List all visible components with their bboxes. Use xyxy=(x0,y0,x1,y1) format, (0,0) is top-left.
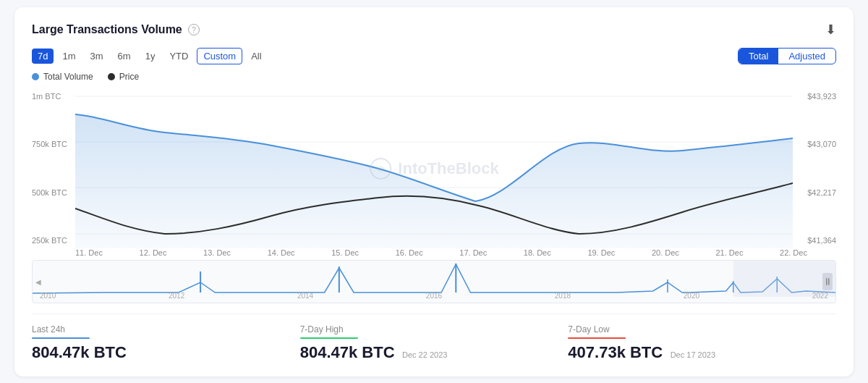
time-btn-all[interactable]: All xyxy=(245,49,267,64)
year-2014: 2014 xyxy=(297,292,313,300)
stat-underline-high xyxy=(300,337,358,339)
year-2022: 2022 xyxy=(812,292,828,300)
stat-last-24h: Last 24h 804.47k BTC xyxy=(32,324,300,362)
card-header: Large Transactions Volume ? ⬇ xyxy=(32,22,836,38)
stat-sub-low: Dec 17 2023 xyxy=(671,350,715,359)
time-btn-1m[interactable]: 1m xyxy=(56,49,81,64)
stat-7day-high: 7-Day High 804.47k BTC Dec 22 2023 xyxy=(300,324,569,362)
card-title: Large Transactions Volume xyxy=(32,23,182,36)
card-title-row: Large Transactions Volume ? xyxy=(32,23,200,36)
y-axis-right: $43,923 $43,070 $42,217 $41,364 xyxy=(807,89,836,248)
y-axis-left: 1m BTC 750k BTC 500k BTC 250k BTC xyxy=(32,89,67,248)
y-right-3: $42,217 xyxy=(807,188,836,197)
x-axis-labels: 11. Dec 12. Dec 13. Dec 14. Dec 15. Dec … xyxy=(32,248,836,257)
year-2016: 2016 xyxy=(426,292,442,300)
legend-dot-total xyxy=(32,73,39,80)
year-2020: 2020 xyxy=(684,292,699,300)
time-btn-ytd[interactable]: YTD xyxy=(163,49,194,64)
legend-dot-price xyxy=(108,73,115,80)
x-label-10: 21. Dec xyxy=(715,248,743,257)
y-right-1: $43,923 xyxy=(807,92,836,101)
svg-rect-13 xyxy=(826,278,827,285)
year-2010: 2010 xyxy=(40,292,56,300)
stat-label-low: 7-Day Low xyxy=(568,324,819,334)
x-label-2: 13. Dec xyxy=(203,248,231,257)
x-label-0: 11. Dec xyxy=(75,248,103,257)
scroll-arrow-left[interactable]: ◀ xyxy=(35,277,41,285)
x-label-6: 17. Dec xyxy=(459,248,487,257)
stat-value-low: 407.73k BTC Dec 17 2023 xyxy=(568,343,819,362)
legend-label-price: Price xyxy=(119,72,139,82)
time-btn-6m[interactable]: 6m xyxy=(112,49,137,64)
svg-rect-14 xyxy=(828,278,830,285)
stat-7day-low: 7-Day Low 407.73k BTC Dec 17 2023 xyxy=(568,324,836,362)
chart-inner: IntoTheBlock xyxy=(75,89,793,248)
card: Large Transactions Volume ? ⬇ 7d 1m 3m 6… xyxy=(14,7,854,376)
stats-row: Last 24h 804.47k BTC 7-Day High 804.47k … xyxy=(32,313,836,362)
year-2018: 2018 xyxy=(555,292,571,300)
time-btn-7d[interactable]: 7d xyxy=(32,49,54,64)
y-label-1m: 1m BTC xyxy=(32,92,67,101)
time-btn-1y[interactable]: 1y xyxy=(140,49,161,64)
mini-year-labels: 2010 2012 2014 2016 2018 2020 2022 xyxy=(33,292,835,300)
y-label-750k: 750k BTC xyxy=(32,140,67,148)
time-btn-3m[interactable]: 3m xyxy=(85,49,109,64)
x-label-5: 16. Dec xyxy=(396,248,423,257)
time-btn-custom[interactable]: Custom xyxy=(197,48,242,64)
y-label-250k: 250k BTC xyxy=(32,236,67,245)
type-toggle: Total Adjusted xyxy=(738,48,836,64)
mini-chart-area[interactable]: 2010 2012 2014 2016 2018 2020 2022 ◀ xyxy=(32,260,836,303)
type-btn-adjusted[interactable]: Adjusted xyxy=(778,49,835,64)
legend-price: Price xyxy=(108,72,139,82)
main-chart-svg xyxy=(75,89,793,248)
legend-label-total: Total Volume xyxy=(43,72,93,82)
stat-value-high: 804.47k BTC Dec 22 2023 xyxy=(300,343,551,362)
x-label-7: 18. Dec xyxy=(524,248,551,257)
scroll-handle-right[interactable] xyxy=(822,273,833,290)
stat-underline-low xyxy=(568,337,626,339)
x-label-4: 15. Dec xyxy=(331,248,359,257)
x-label-3: 14. Dec xyxy=(268,248,295,257)
legend-row: Total Volume Price xyxy=(32,72,836,82)
main-chart-area: 1m BTC 750k BTC 500k BTC 250k BTC $43,92… xyxy=(32,89,836,248)
stat-label-24h: Last 24h xyxy=(32,324,283,334)
help-icon[interactable]: ? xyxy=(188,24,200,35)
time-filters: 7d 1m 3m 6m 1y YTD Custom All xyxy=(32,48,268,64)
stat-underline-24h xyxy=(32,337,90,339)
x-label-8: 19. Dec xyxy=(587,248,615,257)
download-icon[interactable]: ⬇ xyxy=(825,22,836,38)
stat-sub-high: Dec 22 2023 xyxy=(402,350,447,359)
x-label-11: 22. Dec xyxy=(780,248,807,257)
stat-value-24h: 804.47k BTC xyxy=(32,343,283,362)
type-btn-total[interactable]: Total xyxy=(739,49,778,64)
x-label-9: 20. Dec xyxy=(652,248,679,257)
controls-row: 7d 1m 3m 6m 1y YTD Custom All Total Adju… xyxy=(32,48,836,64)
y-right-2: $43,070 xyxy=(807,140,836,148)
x-label-1: 12. Dec xyxy=(140,248,167,257)
legend-total-volume: Total Volume xyxy=(32,72,93,82)
y-right-4: $41,364 xyxy=(807,236,836,245)
y-label-500k: 500k BTC xyxy=(32,188,67,197)
stat-label-high: 7-Day High xyxy=(300,324,551,334)
year-2012: 2012 xyxy=(169,292,184,300)
